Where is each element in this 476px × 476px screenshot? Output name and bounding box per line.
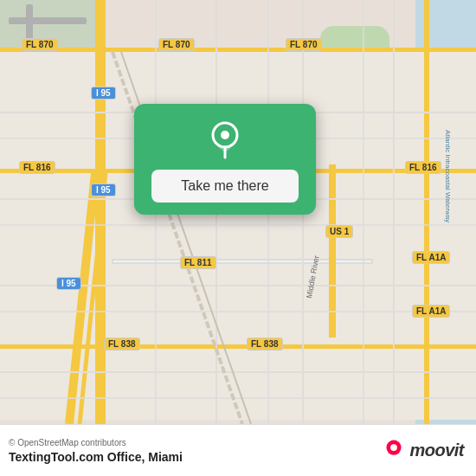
road-label-fl816-left: FL 816 <box>19 161 55 174</box>
svg-rect-6 <box>9 17 87 24</box>
road-label-fl870-left: FL 870 <box>22 38 58 51</box>
road-label-i95-top: I 95 <box>91 87 116 100</box>
moovit-logo: moovit <box>382 439 464 463</box>
moovit-pin-icon <box>382 439 406 463</box>
road-label-i95-mid: I 95 <box>91 183 116 196</box>
svg-rect-11 <box>0 344 476 349</box>
road-label-fl870-mid: FL 870 <box>158 38 195 51</box>
road-label-fl816-right: FL 816 <box>405 161 441 174</box>
svg-text:Atlantic Intracoastal Waterway: Atlantic Intracoastal Waterway <box>444 130 452 222</box>
road-label-fla1a-bot: FL A1A <box>412 305 450 318</box>
road-label-fl870-right: FL 870 <box>286 38 322 51</box>
copyright-text: © OpenStreetMap contributors <box>9 438 183 447</box>
moovit-brand-name: moovit <box>409 441 464 460</box>
svg-rect-9 <box>0 48 476 52</box>
road-label-fla1a-top: FL A1A <box>412 251 450 264</box>
location-info: © OpenStreetMap contributors TextingTool… <box>9 438 183 464</box>
road-label-fl811: FL 811 <box>180 256 216 269</box>
road-label-us1: US 1 <box>325 225 353 238</box>
svg-rect-15 <box>424 0 429 424</box>
location-popup: Take me there <box>134 104 316 215</box>
road-label-fl838-left: FL 838 <box>104 338 140 351</box>
road-label-fl838-right: FL 838 <box>247 338 283 351</box>
svg-point-35 <box>391 444 398 451</box>
road-label-i95-bot: I 95 <box>56 277 81 290</box>
svg-point-33 <box>221 131 229 139</box>
location-title: TextingTool.com Office, Miami <box>9 450 183 464</box>
map-view: Middle River Atlantic Intracoastal Water… <box>0 0 476 424</box>
location-pin-icon <box>205 119 245 159</box>
take-me-there-button[interactable]: Take me there <box>151 170 299 203</box>
bottom-bar: © OpenStreetMap contributors TextingTool… <box>0 424 476 476</box>
